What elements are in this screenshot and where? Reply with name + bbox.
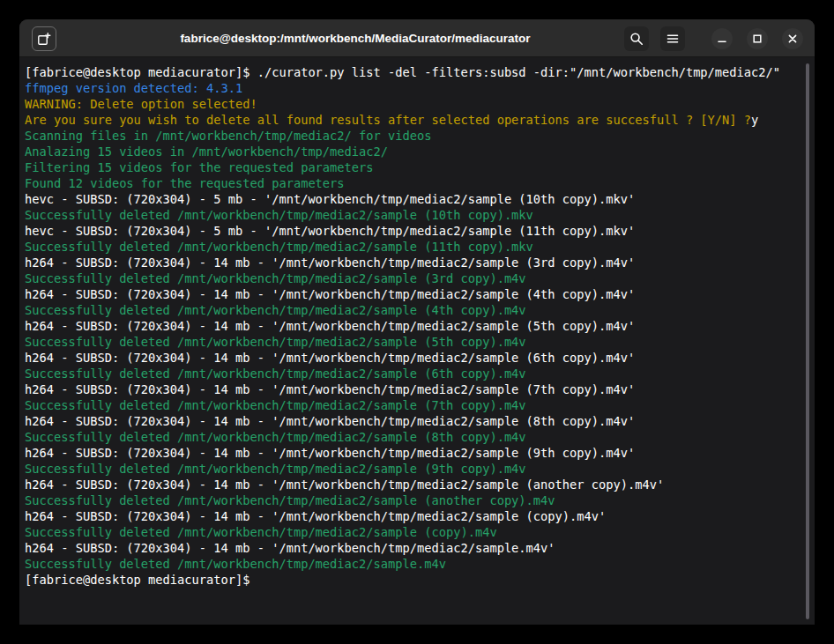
terminal-screen[interactable]: [fabrice@desktop mediacurator]$ ./curato… — [19, 58, 815, 625]
terminal-text-segment: Successfully deleted /mnt/workbench/tmp/… — [25, 240, 533, 254]
terminal-text-segment: Successfully deleted /mnt/workbench/tmp/… — [25, 525, 497, 539]
maximize-button[interactable] — [747, 28, 768, 49]
terminal-line: h264 - SUBSD: (720x304) - 14 mb - '/mnt/… — [25, 286, 802, 302]
terminal-text-segment: h264 - SUBSD: (720x304) - 14 mb - '/mnt/… — [25, 541, 555, 555]
terminal-line: h264 - SUBSD: (720x304) - 14 mb - '/mnt/… — [25, 381, 802, 397]
terminal-text-segment: Successfully deleted /mnt/workbench/tmp/… — [25, 335, 526, 349]
terminal-line: Successfully deleted /mnt/workbench/tmp/… — [25, 397, 802, 413]
terminal-text-segment: Filtering 15 videos for the requested pa… — [25, 160, 374, 174]
terminal-text-segment: [fabrice@desktop mediacurator]$ — [25, 573, 257, 587]
terminal-text-segment: h264 - SUBSD: (720x304) - 14 mb - '/mnt/… — [25, 414, 635, 428]
terminal-line: hevc - SUBSD: (720x304) - 5 mb - '/mnt/w… — [25, 191, 802, 207]
window-title: fabrice@desktop:/mnt/workbench/MediaCura… — [125, 19, 585, 57]
terminal-line: Successfully deleted /mnt/workbench/tmp/… — [25, 556, 802, 572]
new-tab-button[interactable] — [32, 26, 56, 51]
tab-new-icon — [37, 32, 51, 46]
window-controls — [711, 28, 803, 49]
scrollbar[interactable] — [803, 63, 812, 619]
terminal-text-segment: h264 - SUBSD: (720x304) - 14 mb - '/mnt/… — [25, 446, 635, 460]
terminal-line: Successfully deleted /mnt/workbench/tmp/… — [25, 334, 802, 350]
terminal-text-segment: Successfully deleted /mnt/workbench/tmp/… — [25, 493, 555, 507]
terminal-text-segment: h264 - SUBSD: (720x304) - 14 mb - '/mnt/… — [25, 319, 635, 333]
terminal-line: WARNING: Delete option selected! — [25, 96, 802, 112]
terminal-line: h264 - SUBSD: (720x304) - 14 mb - '/mnt/… — [25, 477, 802, 492]
titlebar-right-group — [624, 19, 803, 57]
scrollbar-thumb[interactable] — [806, 63, 809, 619]
terminal-line: h264 - SUBSD: (720x304) - 14 mb - '/mnt/… — [25, 318, 802, 334]
terminal-line: Filtering 15 videos for the requested pa… — [25, 159, 802, 175]
terminal-line: Successfully deleted /mnt/workbench/tmp/… — [25, 492, 802, 508]
close-icon — [786, 33, 799, 45]
hamburger-menu-icon — [666, 32, 680, 46]
terminal-line: h264 - SUBSD: (720x304) - 14 mb - '/mnt/… — [25, 350, 802, 366]
terminal-text-segment: h264 - SUBSD: (720x304) - 14 mb - '/mnt/… — [25, 477, 664, 492]
terminal-window: fabrice@desktop:/mnt/workbench/MediaCura… — [19, 19, 815, 625]
terminal-text-segment: Successfully deleted /mnt/workbench/tmp/… — [25, 430, 526, 444]
titlebar[interactable]: fabrice@desktop:/mnt/workbench/MediaCura… — [19, 19, 815, 57]
search-button[interactable] — [624, 26, 649, 51]
terminal-text-segment: Successfully deleted /mnt/workbench/tmp/… — [25, 462, 526, 476]
terminal-text-segment: [fabrice@desktop mediacurator]$ ./curato… — [25, 65, 780, 79]
terminal-line: h264 - SUBSD: (720x304) - 14 mb - '/mnt/… — [25, 445, 802, 461]
terminal-text-segment: Successfully deleted /mnt/workbench/tmp/… — [25, 303, 526, 317]
terminal-text-segment: h264 - SUBSD: (720x304) - 14 mb - '/mnt/… — [25, 255, 635, 270]
terminal-line: Are you sure you wish to delete all foun… — [25, 112, 802, 128]
terminal-text-segment: Scanning files in /mnt/workbench/tmp/med… — [25, 129, 431, 143]
terminal-line: hevc - SUBSD: (720x304) - 5 mb - '/mnt/w… — [25, 223, 802, 239]
menu-button[interactable] — [660, 26, 685, 51]
terminal-line: h264 - SUBSD: (720x304) - 14 mb - '/mnt/… — [25, 413, 802, 429]
terminal-text-segment: ffmpeg version detected: 4.3.1 — [25, 81, 242, 95]
terminal-line: Successfully deleted /mnt/workbench/tmp/… — [25, 207, 802, 223]
terminal-line: Found 12 videos for the requested parame… — [25, 175, 802, 191]
minimize-button[interactable] — [711, 28, 733, 49]
titlebar-left-group — [32, 19, 56, 57]
terminal-text-segment: Successfully deleted /mnt/workbench/tmp/… — [25, 208, 533, 222]
terminal-line: h264 - SUBSD: (720x304) - 14 mb - '/mnt/… — [25, 508, 802, 524]
search-icon — [629, 32, 644, 46]
terminal-line: h264 - SUBSD: (720x304) - 14 mb - '/mnt/… — [25, 540, 802, 556]
terminal-line: Successfully deleted /mnt/workbench/tmp/… — [25, 524, 802, 540]
terminal-line: Successfully deleted /mnt/workbench/tmp/… — [25, 302, 802, 318]
maximize-icon — [751, 33, 763, 45]
terminal-text-segment: y — [751, 113, 758, 127]
terminal-text-segment: h264 - SUBSD: (720x304) - 14 mb - '/mnt/… — [25, 509, 606, 523]
terminal-text-segment: hevc - SUBSD: (720x304) - 5 mb - '/mnt/w… — [25, 224, 635, 238]
terminal-line: [fabrice@desktop mediacurator]$ — [25, 572, 802, 588]
terminal-text-segment: h264 - SUBSD: (720x304) - 14 mb - '/mnt/… — [25, 382, 635, 396]
terminal-text-segment: h264 - SUBSD: (720x304) - 14 mb - '/mnt/… — [25, 351, 635, 365]
terminal-text-segment: Are you sure you wish to delete all foun… — [25, 113, 751, 127]
terminal-text-segment: hevc - SUBSD: (720x304) - 5 mb - '/mnt/w… — [25, 192, 635, 206]
terminal-line: Successfully deleted /mnt/workbench/tmp/… — [25, 239, 802, 255]
terminal-output: [fabrice@desktop mediacurator]$ ./curato… — [25, 64, 802, 588]
terminal-text-segment: Successfully deleted /mnt/workbench/tmp/… — [25, 557, 446, 571]
terminal-text-segment: Successfully deleted /mnt/workbench/tmp/… — [25, 271, 526, 285]
terminal-line: [fabrice@desktop mediacurator]$ ./curato… — [25, 64, 802, 80]
terminal-line: Successfully deleted /mnt/workbench/tmp/… — [25, 461, 802, 477]
close-button[interactable] — [782, 28, 803, 49]
terminal-text-segment: Successfully deleted /mnt/workbench/tmp/… — [25, 398, 526, 412]
terminal-line: Successfully deleted /mnt/workbench/tmp/… — [25, 429, 802, 445]
terminal-line: Analazing 15 videos in /mnt/workbench/tm… — [25, 144, 802, 159]
terminal-text-segment: h264 - SUBSD: (720x304) - 14 mb - '/mnt/… — [25, 287, 635, 301]
terminal-text-segment: WARNING: Delete option selected! — [25, 97, 257, 111]
terminal-text-segment: Analazing 15 videos in /mnt/workbench/tm… — [25, 144, 388, 159]
terminal-text-segment: Found 12 videos for the requested parame… — [25, 176, 345, 190]
terminal-line: h264 - SUBSD: (720x304) - 14 mb - '/mnt/… — [25, 255, 802, 270]
terminal-text-segment: Successfully deleted /mnt/workbench/tmp/… — [25, 366, 526, 381]
terminal-line: ffmpeg version detected: 4.3.1 — [25, 80, 802, 96]
terminal-line: Successfully deleted /mnt/workbench/tmp/… — [25, 270, 802, 286]
terminal-line: Successfully deleted /mnt/workbench/tmp/… — [25, 366, 802, 381]
minimize-icon — [716, 33, 728, 45]
terminal-line: Scanning files in /mnt/workbench/tmp/med… — [25, 128, 802, 144]
